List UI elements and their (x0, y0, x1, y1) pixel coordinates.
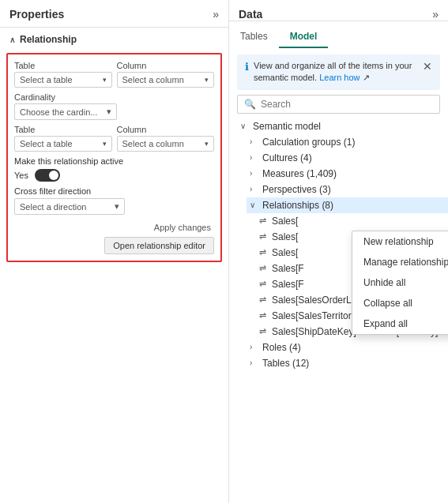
right-expand-icon[interactable]: » (432, 8, 439, 21)
chevron-measures: › (250, 169, 259, 178)
tree-rel-label-4: Sales[F (272, 279, 304, 290)
chevron-icon: ∧ (9, 36, 15, 44)
tree-rel-label-2: Sales[ (272, 247, 298, 258)
tab-tables[interactable]: Tables (229, 26, 279, 48)
tree-rel-item-0[interactable]: ⇌ Sales[ (256, 213, 448, 229)
panel-header: Properties » (0, 0, 228, 28)
column2-caret: ▾ (205, 140, 209, 148)
active-toggle[interactable] (35, 169, 60, 182)
table2-label: Table (14, 125, 112, 134)
column2-label: Column (117, 125, 215, 134)
expand-icon[interactable]: » (213, 8, 219, 21)
table2-select[interactable]: Select a table ▾ (14, 136, 112, 152)
tree-rel-label-3: Sales[F (272, 263, 304, 274)
column1-group: Column Select a column ▾ (117, 61, 215, 88)
right-panel: Data » Tables Model ℹ View and organize … (229, 0, 448, 503)
tree-item-cultures[interactable]: › Cultures (4) (247, 150, 448, 166)
info-close-button[interactable]: ✕ (423, 60, 432, 73)
rel-icon-5: ⇌ (259, 295, 269, 305)
tree-item-measures[interactable]: › Measures (1,409) (247, 166, 448, 182)
cardinality-caret: ▾ (107, 107, 111, 117)
tree-item-roles[interactable]: › Roles (4) (247, 340, 448, 355)
table1-group: Table Select a table ▾ (14, 61, 112, 88)
button-row: Apply changes Open relationship editor (14, 221, 214, 254)
left-panel: Properties » ∧ Relationship Table Select… (0, 0, 229, 503)
column2-select[interactable]: Select a column ▾ (117, 136, 215, 152)
tree-item-calc-groups[interactable]: › Calculation groups (1) (247, 134, 448, 150)
tree-item-label: Roles (4) (262, 342, 301, 353)
chevron-perspectives: › (250, 185, 259, 193)
table2-value: Select a table (20, 139, 73, 148)
active-label: Make this relationship active (14, 156, 214, 166)
table1-select[interactable]: Select a table ▾ (14, 72, 112, 88)
section-label: Relationship (20, 34, 77, 45)
table1-label: Table (14, 61, 112, 70)
tree-item-label: Relationships (8) (262, 200, 333, 211)
tab-bar: Tables Model (229, 26, 448, 48)
tree-root-chevron: ∨ (240, 122, 250, 130)
tree-root-label: Semantic model (253, 121, 321, 132)
table1-value: Select a table (20, 75, 73, 84)
rel-icon-7: ⇌ (259, 326, 269, 336)
column1-caret: ▾ (205, 76, 209, 84)
context-menu-collapse-all[interactable]: Collapse all (352, 293, 448, 313)
info-bar: ℹ View and organize all of the items in … (237, 54, 440, 90)
section-header: ∧ Relationship (0, 28, 228, 50)
context-menu: New relationship Manage relationships Un… (352, 231, 448, 335)
cardinality-row: Cardinality Choose the cardin... ▾ (14, 92, 214, 120)
open-editor-button[interactable]: Open relationship editor (104, 237, 214, 254)
relationship-box: Table Select a table ▾ Column Select a c… (6, 53, 222, 262)
tree-rel-label-1: Sales[ (272, 231, 298, 242)
cardinality-select[interactable]: Choose the cardin... ▾ (14, 103, 117, 120)
table2-caret: ▾ (103, 140, 107, 148)
cross-filter-section: Cross filter direction Select a directio… (14, 186, 214, 215)
direction-select[interactable]: Select a direction ▾ (14, 198, 125, 215)
info-icon: ℹ (245, 61, 249, 73)
toggle-row: Yes (14, 169, 214, 182)
context-menu-new-relationship[interactable]: New relationship (352, 231, 448, 252)
rel-icon-1: ⇌ (259, 231, 269, 242)
tree-item-label: Perspectives (3) (262, 184, 331, 195)
info-text: View and organize all of the items in yo… (254, 60, 415, 84)
tree-item-relationships[interactable]: ∨ Relationships (8) (247, 197, 448, 213)
table1-caret: ▾ (103, 76, 107, 84)
table-column-row2: Table Select a table ▾ Column Select a c… (14, 125, 214, 152)
chevron-tables: › (250, 358, 259, 367)
toggle-yes-label: Yes (14, 171, 28, 180)
column2-value: Select a column (122, 139, 184, 148)
learn-how-link[interactable]: Learn how (319, 73, 360, 82)
right-header: Data » (229, 0, 448, 21)
tab-model[interactable]: Model (279, 26, 329, 48)
tree-item-label: Calculation groups (1) (262, 137, 355, 148)
tree-rel-label-0: Sales[ (272, 216, 298, 227)
rel-icon-3: ⇌ (259, 263, 269, 273)
tree-item-perspectives[interactable]: › Perspectives (3) (247, 182, 448, 197)
active-row: Make this relationship active Yes (14, 156, 214, 182)
tree-root[interactable]: ∨ Semantic model (237, 118, 448, 134)
chevron-relationships: ∨ (250, 201, 259, 209)
column1-value: Select a column (122, 75, 184, 84)
tree-item-label: Measures (1,409) (262, 168, 337, 179)
table2-group: Table Select a table ▾ (14, 125, 112, 152)
cross-filter-label: Cross filter direction (14, 186, 214, 196)
right-title: Data (239, 8, 262, 21)
column1-select[interactable]: Select a column ▾ (117, 72, 215, 88)
search-input[interactable] (261, 99, 433, 110)
tree-item-label: Cultures (4) (262, 152, 312, 163)
table-column-row1: Table Select a table ▾ Column Select a c… (14, 61, 214, 88)
context-menu-unhide-all[interactable]: Unhide all (352, 272, 448, 293)
rel-icon-2: ⇌ (259, 247, 269, 257)
tree-item-tables[interactable]: › Tables (12) (247, 355, 448, 371)
search-icon: 🔍 (244, 99, 256, 110)
panel-title: Properties (9, 8, 64, 21)
context-menu-expand-all[interactable]: Expand all (352, 313, 448, 334)
direction-caret: ▾ (115, 201, 119, 212)
cardinality-value: Choose the cardin... (20, 107, 97, 117)
toggle-knob (49, 171, 58, 180)
chevron-calc: › (250, 137, 259, 146)
column1-label: Column (117, 61, 215, 70)
cardinality-label: Cardinality (14, 92, 214, 102)
apply-changes-button[interactable]: Apply changes (151, 221, 214, 234)
context-menu-manage-relationships[interactable]: Manage relationships (352, 252, 448, 272)
rel-icon-4: ⇌ (259, 279, 269, 289)
